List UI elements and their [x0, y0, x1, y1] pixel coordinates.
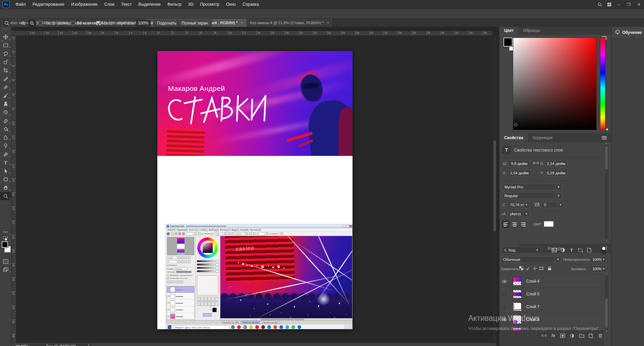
layer-row[interactable]: [499, 326, 604, 331]
tool-spot-healing-brush[interactable]: [0, 83, 11, 91]
tracking-select[interactable]: 0▼: [542, 201, 564, 208]
tool-type[interactable]: T: [0, 159, 11, 167]
blend-mode-select[interactable]: Обычные▼: [501, 256, 561, 263]
adjustment-layer-icon[interactable]: [569, 333, 575, 338]
screen-mode-icon[interactable]: [0, 266, 11, 274]
x-field[interactable]: 1,54 дюйм: [508, 170, 530, 176]
status-zoom-level[interactable]: 29,02%: [16, 344, 28, 346]
tool-crop[interactable]: [0, 66, 11, 74]
layer-thumbnail[interactable]: [513, 290, 522, 298]
align-center-button[interactable]: [511, 221, 518, 228]
saturation-brightness-picker[interactable]: [513, 38, 597, 130]
filter-smart-objects-icon[interactable]: [586, 247, 592, 253]
ruler-corner[interactable]: [11, 31, 16, 36]
height-field[interactable]: 2,14 дюйм: [545, 160, 567, 167]
link-layers-icon[interactable]: [541, 333, 547, 338]
tab-adjustments[interactable]: Коррекция: [528, 133, 557, 142]
filter-type-layers-icon[interactable]: T: [569, 247, 575, 253]
y-field[interactable]: 5,29 дюйм: [545, 170, 567, 176]
menu-редактирование[interactable]: Редактирование: [29, 0, 68, 9]
fill-field[interactable]: 100%▼: [590, 266, 606, 272]
lock-transparency-icon[interactable]: [518, 266, 524, 271]
vertical-ruler[interactable]: -20246810121416182022242628303234363840: [11, 36, 16, 343]
learn-panel-header[interactable]: Обучение: [611, 26, 644, 39]
layer-visibility-eye-icon[interactable]: [499, 313, 509, 326]
layer-row-слой-4[interactable]: Слой 4: [499, 275, 604, 288]
lock-pixels-icon[interactable]: [525, 266, 531, 271]
tab-properties[interactable]: Свойства: [499, 133, 528, 142]
delete-layer-icon[interactable]: [597, 333, 603, 338]
color-panel-foreground-swatch[interactable]: [503, 38, 513, 47]
filter-shape-layers-icon[interactable]: [577, 247, 583, 253]
foreground-color-swatch[interactable]: [2, 241, 8, 248]
layer-row-слой-6[interactable]: Слой 6: [499, 313, 604, 326]
new-layer-icon[interactable]: [588, 333, 594, 338]
tool-rectangle-shape[interactable]: [0, 175, 11, 183]
lock-position-icon[interactable]: [532, 266, 538, 271]
fit-screen-button[interactable]: Подогнать: [153, 20, 180, 26]
workspace-switcher-icon[interactable]: [604, 0, 614, 9]
font-size-select[interactable]: 70,76 пт▼: [507, 201, 530, 208]
layers-scrollbar[interactable]: [605, 276, 608, 330]
leading-select[interactable]: (Авто)▼: [507, 211, 530, 217]
scroll-up-icon[interactable]: ˄: [605, 141, 607, 145]
text-color-swatch[interactable]: [544, 221, 554, 227]
menu-3d[interactable]: 3D: [185, 0, 197, 9]
current-tool-icon[interactable]: ▾: [4, 20, 15, 26]
close-button[interactable]: ✕: [634, 0, 644, 9]
zoom-100-button[interactable]: 100%: [136, 20, 151, 26]
tool-clone-stamp[interactable]: [0, 100, 11, 108]
tool-eraser[interactable]: [0, 117, 11, 125]
status-document-sizes[interactable]: Док: 15,2M/80,9M: [30, 344, 92, 346]
align-left-button[interactable]: [502, 221, 509, 228]
layer-mask-icon[interactable]: [560, 333, 566, 338]
zoom-out-button[interactable]: [28, 19, 36, 27]
status-menu-chevron[interactable]: ❯: [87, 344, 90, 346]
menu-изображение[interactable]: Изображение: [68, 0, 101, 9]
menu-окно[interactable]: Окно: [223, 0, 239, 9]
document-canvas[interactable]: Макаров Андрей PaintTool SAI Фа: [157, 51, 353, 329]
layer-thumbnail[interactable]: [513, 315, 522, 324]
tab-close-icon[interactable]: ×: [327, 20, 329, 25]
tool-lasso[interactable]: [0, 50, 11, 58]
panel-expand-icon[interactable]: »: [1, 39, 3, 43]
quick-mask-icon[interactable]: [0, 257, 11, 266]
menu-файл[interactable]: Файл: [12, 0, 29, 9]
tab-color[interactable]: Цвет: [499, 26, 518, 35]
lock-artboard-icon[interactable]: [538, 266, 544, 271]
fullscreen-button[interactable]: Полный экран: [178, 20, 212, 26]
menu-просмотр[interactable]: Просмотр: [197, 0, 223, 9]
layer-name[interactable]: Слой 7: [526, 304, 539, 309]
tool-paint-bucket[interactable]: [0, 125, 11, 133]
new-group-icon[interactable]: [579, 333, 584, 338]
hue-slider-marker[interactable]: [606, 128, 608, 131]
layer-visibility-eye-icon[interactable]: [499, 275, 509, 288]
scroll-down-icon[interactable]: ˅: [605, 239, 607, 243]
scroll-down-icon[interactable]: ˅: [605, 330, 607, 333]
align-right-button[interactable]: [520, 221, 527, 228]
properties-scrollbar[interactable]: [605, 145, 608, 239]
tool-history-brush[interactable]: [0, 108, 11, 116]
tool-hand[interactable]: [0, 184, 11, 192]
font-family-select[interactable]: Myriad Pro▼: [502, 184, 562, 190]
maximize-button[interactable]: ❐: [624, 0, 634, 9]
layer-name[interactable]: Слой 4: [526, 279, 539, 284]
search-icon[interactable]: [595, 0, 604, 9]
tab-close-icon[interactable]: ×: [241, 20, 243, 25]
filter-pixel-layers-icon[interactable]: [551, 247, 557, 253]
opacity-field[interactable]: 100%▼: [590, 256, 606, 263]
menu-справка[interactable]: Справка: [239, 0, 262, 9]
filter-adjustment-layers-icon[interactable]: [560, 247, 566, 253]
layer-effects-icon[interactable]: fx: [550, 333, 556, 338]
tool-blur[interactable]: [0, 133, 11, 141]
layer-visibility-empty[interactable]: [499, 300, 509, 313]
link-dimensions-icon[interactable]: [533, 161, 539, 167]
layer-name[interactable]: Слой 6: [526, 317, 539, 322]
scroll-up-icon[interactable]: ˄: [605, 272, 607, 275]
menu-выделение[interactable]: Выделение: [135, 0, 164, 9]
width-field[interactable]: 9,8 дюйм: [508, 160, 530, 167]
layer-visibility-empty[interactable]: [499, 288, 509, 300]
filter-toggle-switch[interactable]: [601, 246, 606, 254]
horizontal-ruler[interactable]: -18-16-14-12-10-8-6-4-202468101214161820…: [16, 31, 492, 36]
font-style-select[interactable]: Regular▼: [502, 192, 562, 199]
